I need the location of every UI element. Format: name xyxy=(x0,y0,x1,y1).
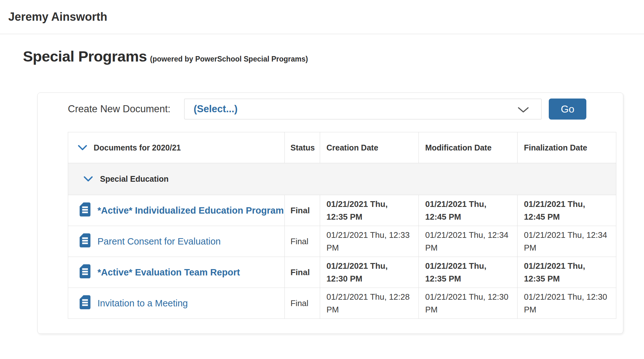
document-icon xyxy=(80,264,90,281)
chevron-down-icon[interactable] xyxy=(83,176,93,182)
student-name: Jeremy Ainsworth xyxy=(8,10,107,24)
select-value: (Select...) xyxy=(194,103,238,115)
documents-group-label: Documents for 2020/21 xyxy=(94,143,181,152)
go-button[interactable]: Go xyxy=(549,99,586,120)
column-creation-date: Creation Date xyxy=(320,132,419,163)
section-row-special-education[interactable]: Special Education xyxy=(68,163,616,195)
status-value: Final xyxy=(285,226,320,257)
table-header-row: Documents for 2020/21 Status Creation Da… xyxy=(68,132,616,163)
document-link[interactable]: Parent Consent for Evaluation xyxy=(97,236,221,247)
create-new-document-label: Create New Document: xyxy=(68,103,184,115)
table-row: *Active* Evaluation Team Report Final 01… xyxy=(68,257,616,288)
table-row: Parent Consent for Evaluation Final 01/2… xyxy=(68,226,616,257)
modification-date-value: 01/21/2021 Thu, 12:34 PM xyxy=(419,226,518,257)
document-link[interactable]: Invitation to a Meeting xyxy=(97,298,188,309)
documents-table: Documents for 2020/21 Status Creation Da… xyxy=(68,132,616,319)
document-link[interactable]: *Active* Evaluation Team Report xyxy=(97,267,240,278)
modification-date-value: 01/21/2021 Thu, 12:35 PM xyxy=(419,257,518,288)
section-label: Special Education xyxy=(100,174,168,184)
document-icon xyxy=(80,295,90,311)
column-modification-date: Modification Date xyxy=(419,132,518,163)
table-row: Invitation to a Meeting Final 01/21/2021… xyxy=(68,288,616,319)
chevron-down-icon[interactable] xyxy=(78,145,87,151)
page-subtitle: (powered by PowerSchool Special Programs… xyxy=(150,55,308,63)
create-new-document-row: Create New Document: (Select...) Go xyxy=(38,99,623,120)
status-value: Final xyxy=(285,195,320,226)
status-value: Final xyxy=(285,288,320,319)
document-icon xyxy=(80,202,90,219)
finalization-date-value: 01/21/2021 Thu, 12:30 PM xyxy=(518,288,616,319)
document-icon xyxy=(80,233,90,250)
status-value: Final xyxy=(285,257,320,288)
page-title: Special Programs xyxy=(23,48,147,65)
column-finalization-date: Finalization Date xyxy=(518,132,616,163)
table-row: *Active* Individualized Education Progra… xyxy=(68,195,616,226)
finalization-date-value: 01/21/2021 Thu, 12:34 PM xyxy=(518,226,616,257)
modification-date-value: 01/21/2021 Thu, 12:30 PM xyxy=(419,288,518,319)
document-link[interactable]: *Active* Individualized Education Progra… xyxy=(97,205,284,216)
finalization-date-value: 01/21/2021 Thu, 12:35 PM xyxy=(518,257,616,288)
create-document-select[interactable]: (Select...) xyxy=(184,99,542,120)
section-heading: Special Programs (powered by PowerSchool… xyxy=(23,48,644,65)
finalization-date-value: 01/21/2021 Thu, 12:45 PM xyxy=(518,195,616,226)
student-header: Jeremy Ainsworth xyxy=(0,0,644,34)
creation-date-value: 01/21/2021 Thu, 12:30 PM xyxy=(320,257,419,288)
special-programs-card: Create New Document: (Select...) Go xyxy=(37,92,623,334)
creation-date-value: 01/21/2021 Thu, 12:28 PM xyxy=(320,288,419,319)
column-status: Status xyxy=(285,132,320,163)
creation-date-value: 01/21/2021 Thu, 12:35 PM xyxy=(320,195,419,226)
creation-date-value: 01/21/2021 Thu, 12:33 PM xyxy=(320,226,419,257)
modification-date-value: 01/21/2021 Thu, 12:45 PM xyxy=(419,195,518,226)
chevron-down-icon xyxy=(518,107,529,113)
column-documents[interactable]: Documents for 2020/21 xyxy=(68,132,285,163)
